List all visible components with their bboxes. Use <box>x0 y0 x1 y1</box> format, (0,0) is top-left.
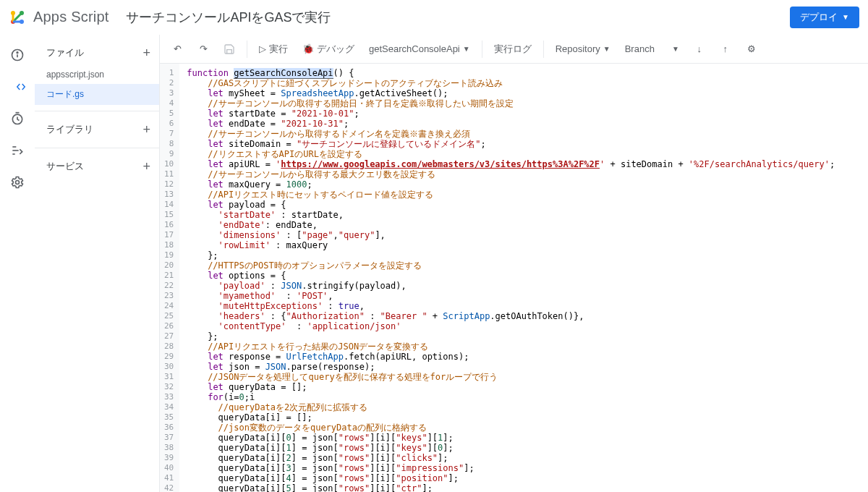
files-header: ファイル + <box>35 41 159 65</box>
run-label: 実行 <box>269 43 288 56</box>
redo-button[interactable]: ↷ <box>192 38 215 61</box>
file-item[interactable]: appsscript.json <box>35 65 159 84</box>
editor-icon[interactable] <box>9 78 26 96</box>
header: Apps Script サーチコンソールAPIをGASで実行 デプロイ ▼ <box>0 0 868 35</box>
repo-label: Repository <box>556 43 600 54</box>
add-file-button[interactable]: + <box>142 46 150 59</box>
page-title[interactable]: サーチコンソールAPIをGASで実行 <box>126 9 331 26</box>
libs-label: ライブラリ <box>46 123 93 136</box>
editor-toolbar: ↶ ↷ ▷ 実行 🐞 デバッグ getSearchConsoleApi ▼ 実行… <box>160 35 868 64</box>
info-icon[interactable] <box>9 46 26 64</box>
settings-icon[interactable] <box>9 174 26 191</box>
sidebar: ファイル + appsscript.json コード.gs ライブラリ + サー… <box>35 35 159 492</box>
play-icon: ▷ <box>259 43 266 54</box>
function-selector[interactable]: getSearchConsoleApi ▼ <box>363 41 476 57</box>
svg-point-12 <box>16 181 20 184</box>
libs-header: ライブラリ + <box>35 117 159 142</box>
log-label: 実行ログ <box>494 43 532 56</box>
svg-point-6 <box>17 52 18 54</box>
brand: Apps Script <box>33 9 109 25</box>
triggers-icon[interactable] <box>9 110 26 127</box>
pull-button[interactable]: ↓ <box>688 38 711 61</box>
executions-icon[interactable] <box>9 142 26 159</box>
repo-selector[interactable]: Repository ▼ <box>550 41 616 57</box>
deploy-button[interactable]: デプロイ ▼ <box>790 7 859 28</box>
debug-button[interactable]: 🐞 デバッグ <box>297 40 360 59</box>
add-lib-button[interactable]: + <box>142 123 150 136</box>
left-rail <box>0 35 35 492</box>
apps-script-logo-icon <box>9 9 26 26</box>
code-area[interactable]: function getSearchConsoleApi() { //GASスク… <box>179 64 835 492</box>
save-button[interactable] <box>218 38 241 61</box>
run-button[interactable]: ▷ 実行 <box>253 40 294 59</box>
debug-label: デバッグ <box>317 43 354 56</box>
branch-label: Branch <box>625 43 655 54</box>
branch-selector[interactable]: Branch ▼ <box>619 41 685 57</box>
file-item[interactable]: コード.gs <box>35 84 159 105</box>
deploy-label: デプロイ <box>800 11 838 24</box>
git-settings-icon[interactable]: ⚙ <box>740 38 763 61</box>
exec-log-button[interactable]: 実行ログ <box>488 40 537 59</box>
code-editor[interactable]: 1234567891011121314151617181920212223242… <box>160 64 868 492</box>
caret-down-icon: ▼ <box>463 45 470 53</box>
add-service-button[interactable]: + <box>142 160 150 173</box>
services-label: サービス <box>46 160 84 173</box>
files-label: ファイル <box>46 46 84 59</box>
line-gutter: 1234567891011121314151617181920212223242… <box>160 64 179 492</box>
func-label: getSearchConsoleApi <box>369 43 460 54</box>
undo-button[interactable]: ↶ <box>166 38 189 61</box>
caret-down-icon: ▼ <box>603 45 610 53</box>
bug-icon: 🐞 <box>302 43 314 54</box>
caret-down-icon: ▼ <box>672 45 679 53</box>
push-button[interactable]: ↑ <box>714 38 737 61</box>
caret-down-icon: ▼ <box>842 13 849 21</box>
services-header: サービス + <box>35 154 159 179</box>
